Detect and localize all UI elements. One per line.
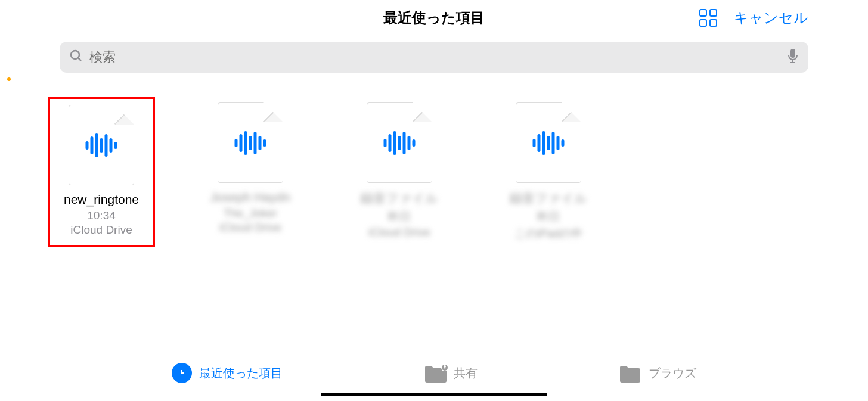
bottom-navigation: 最近使った項目 共有 ブラウズ <box>0 363 868 383</box>
file-time: 昨日 <box>388 209 411 225</box>
file-name: new_ringtone <box>64 192 139 207</box>
file-location: iCloud Drive <box>368 226 430 239</box>
audio-file-icon <box>516 102 581 183</box>
svg-point-0 <box>71 51 79 59</box>
search-input[interactable] <box>89 49 787 65</box>
nav-item-recent[interactable]: 最近使った項目 <box>172 363 283 383</box>
audio-file-icon <box>367 102 432 183</box>
nav-item-shared[interactable]: 共有 <box>424 364 478 382</box>
file-grid: new_ringtone 10:34 iCloud Drive Joseph H… <box>0 85 868 259</box>
shared-folder-icon <box>424 364 447 382</box>
file-item[interactable]: 録音ファイル 昨日 iCloud Drive <box>346 97 453 247</box>
search-bar[interactable] <box>60 42 808 73</box>
file-location: iCloud Drive <box>70 223 132 237</box>
svg-rect-2 <box>790 49 795 58</box>
file-name: 録音ファイル <box>510 190 587 207</box>
nav-item-browse[interactable]: ブラウズ <box>619 364 696 382</box>
file-item[interactable]: Joseph Haydn The_Joker iCloud Drive <box>197 97 304 247</box>
audio-file-icon <box>218 102 283 183</box>
nav-label-browse: ブラウズ <box>649 365 696 381</box>
home-indicator[interactable] <box>321 393 547 396</box>
file-time: 10:34 <box>87 209 116 222</box>
grid-view-icon[interactable] <box>699 9 717 27</box>
file-time: 昨日 <box>537 209 560 225</box>
page-title: 最近使った項目 <box>383 8 485 27</box>
svg-line-1 <box>78 58 81 61</box>
nav-label-shared: 共有 <box>454 365 478 381</box>
file-item[interactable]: 録音ファイル 昨日 このiPadの中 <box>495 97 602 247</box>
cancel-button[interactable]: キャンセル <box>734 8 808 27</box>
clock-icon <box>172 363 192 383</box>
audio-file-icon <box>69 105 134 185</box>
microphone-icon[interactable] <box>787 48 799 66</box>
file-item[interactable]: new_ringtone 10:34 iCloud Drive <box>48 97 155 247</box>
file-location: iCloud Drive <box>219 221 281 234</box>
header-actions: キャンセル <box>699 8 808 27</box>
file-name: 録音ファイル <box>361 190 438 207</box>
file-time: The_Joker <box>224 207 277 220</box>
file-location: このiPadの中 <box>514 226 582 241</box>
nav-label-recent: 最近使った項目 <box>199 365 283 381</box>
header: 最近使った項目 キャンセル <box>0 0 868 36</box>
search-icon <box>69 49 83 66</box>
side-indicator-dot <box>7 77 11 81</box>
svg-point-7 <box>444 365 446 368</box>
file-name: Joseph Haydn <box>210 190 290 204</box>
folder-icon <box>619 364 641 382</box>
